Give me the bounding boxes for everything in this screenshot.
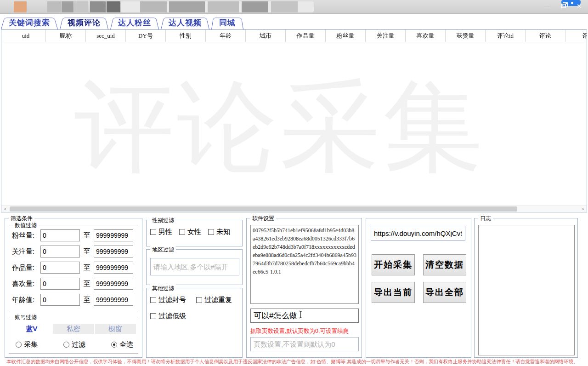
radio-collect[interactable]: 采集 xyxy=(16,340,38,349)
column-header-city[interactable]: 城市 xyxy=(246,30,286,42)
tab-label: 关键词搜索 xyxy=(9,17,50,28)
following-label: 关注量: xyxy=(12,247,40,256)
works-label: 作品量: xyxy=(12,263,40,272)
age-filter-row: 年龄值: 至 xyxy=(12,294,135,306)
window-titlebar: — ✕ xyxy=(0,0,588,14)
checkbox-female[interactable]: 女性 xyxy=(179,228,201,236)
radio-select-all[interactable]: 全选 xyxy=(111,340,133,349)
radio-checked-icon xyxy=(111,342,117,348)
disclaimer-text: 本软件汇总的数据均来自网络公开信息，仅供学习体验，不得商用！请勿将分析数据用于个… xyxy=(6,359,586,365)
pages-input[interactable] xyxy=(250,337,359,351)
likes-label: 喜欢量: xyxy=(12,280,40,288)
scroll-left-icon[interactable]: ‹ xyxy=(1,206,9,212)
likes-filter-row: 喜欢量: 至 xyxy=(12,278,135,290)
software-settings-title: 软件设置 xyxy=(250,215,276,223)
region-filter-group: 地区过滤 xyxy=(146,249,243,285)
age-min-input[interactable] xyxy=(40,294,80,306)
software-settings-panel: 软件设置 007952f5b5b741eb1ef95068a8d1b95e4d0… xyxy=(246,218,362,358)
fans-filter-row: 粉丝量: 至 xyxy=(12,229,135,241)
export-all-button[interactable]: 导出全部 xyxy=(423,282,466,303)
column-header-works[interactable]: 作品量 xyxy=(286,30,326,42)
column-header-sec-uid[interactable]: sec_uid xyxy=(86,30,126,42)
license-key-textarea[interactable]: 007952f5b5b741eb1ef95068a8d1b95e4d03b8a4… xyxy=(250,225,359,304)
pages-hint-text: 抓取页数设置,默认页数为0,可设置续爬 xyxy=(250,327,361,335)
window-controls: — ✕ xyxy=(543,2,583,10)
segment-private[interactable]: 私密 xyxy=(53,324,94,334)
column-header-age[interactable]: 年龄 xyxy=(206,30,246,42)
tab-influencer-videos[interactable]: 达人视频 xyxy=(161,16,209,29)
checkbox-icon xyxy=(196,297,202,303)
checkbox-icon xyxy=(150,313,156,319)
column-header-likes[interactable]: 喜欢量 xyxy=(406,30,446,42)
filter-duplicate-label: 过滤重复 xyxy=(204,296,232,304)
tab-label: 视频评论 xyxy=(68,17,101,28)
column-header-dy-id[interactable]: DY号 xyxy=(126,30,166,42)
column-header-fans[interactable]: 粉丝量 xyxy=(326,30,366,42)
numeric-filter-group: 数值过滤 粉丝量: 至 关注量: 至 作品量: 至 喜欢量: xyxy=(9,225,138,312)
fans-max-input[interactable] xyxy=(94,229,133,241)
column-header-comment[interactable]: 评论 xyxy=(526,30,565,42)
column-header-gender[interactable]: 性别 xyxy=(166,30,206,42)
close-button[interactable]: ✕ xyxy=(575,2,583,10)
checkbox-filter-duplicate[interactable]: 过滤重复 xyxy=(196,296,232,304)
likes-max-input[interactable] xyxy=(94,278,133,290)
column-header-comment-id[interactable]: 评论id xyxy=(486,30,526,42)
to-label: 至 xyxy=(80,231,94,240)
app-window: — ✕ 关键词搜索 视频评论 达人粉丝 达人视频 同城 uid 昵称 sec_u… xyxy=(0,0,588,366)
segment-showcase[interactable]: 橱窗 xyxy=(95,324,136,334)
start-collect-button[interactable]: 开始采集 xyxy=(372,254,415,275)
following-filter-row: 关注量: 至 xyxy=(12,246,135,257)
to-label: 至 xyxy=(80,263,94,272)
column-header-nickname[interactable]: 昵称 xyxy=(46,30,86,42)
works-max-input[interactable] xyxy=(94,262,133,274)
export-current-button[interactable]: 导出当前 xyxy=(372,282,415,303)
account-filter-group: 账号过滤 蓝V 私密 橱窗 采集 过滤 全选 xyxy=(9,317,138,354)
tab-video-comments[interactable]: 视频评论 xyxy=(60,16,108,29)
column-header-clipped[interactable]: 评 xyxy=(565,30,587,42)
unknown-label: 未知 xyxy=(216,228,230,236)
segment-blue-v[interactable]: 蓝V xyxy=(11,324,52,334)
clear-data-button[interactable]: 清空数据 xyxy=(423,254,466,275)
fans-min-input[interactable] xyxy=(40,229,80,241)
log-output[interactable] xyxy=(478,225,575,355)
tab-bar: 关键词搜索 视频评论 达人粉丝 达人视频 同城 xyxy=(1,16,245,29)
fans-label: 粉丝量: xyxy=(12,231,40,240)
checkbox-filter-banned[interactable]: 过滤封号 xyxy=(150,296,186,304)
checkbox-unknown[interactable]: 未知 xyxy=(208,228,230,236)
radio-filter[interactable]: 过滤 xyxy=(63,340,85,349)
column-header-following[interactable]: 关注量 xyxy=(366,30,406,42)
watermark-text: 评论采集 xyxy=(74,73,486,183)
scrollbar-thumb[interactable] xyxy=(10,206,517,212)
likes-min-input[interactable] xyxy=(40,278,80,290)
checkbox-filter-lowgrade[interactable]: 过滤低级 xyxy=(150,312,186,320)
checkbox-male[interactable]: 男性 xyxy=(150,228,172,236)
restore-button[interactable] xyxy=(559,2,567,10)
scroll-right-icon[interactable]: › xyxy=(579,206,587,212)
checkbox-icon xyxy=(150,297,156,303)
tab-influencer-fans[interactable]: 达人粉丝 xyxy=(110,16,159,29)
region-input[interactable] xyxy=(150,258,239,275)
video-url-input[interactable] xyxy=(371,226,465,240)
region-filter-title: 地区过滤 xyxy=(150,246,176,254)
other-options-row2: 过滤低级 xyxy=(150,312,238,320)
topic-input[interactable] xyxy=(250,309,359,323)
following-max-input[interactable] xyxy=(94,246,133,257)
works-min-input[interactable] xyxy=(40,262,80,274)
female-label: 女性 xyxy=(187,228,201,236)
radio-icon xyxy=(16,342,22,348)
horizontal-scrollbar[interactable]: ‹ › xyxy=(1,205,587,212)
age-max-input[interactable] xyxy=(94,294,133,306)
tab-same-city[interactable]: 同城 xyxy=(211,16,243,29)
tab-label: 同城 xyxy=(219,17,236,28)
gender-options: 男性 女性 未知 xyxy=(150,228,238,236)
table-body: 评论采集 xyxy=(1,42,587,199)
log-panel: 日志 xyxy=(474,218,578,358)
following-min-input[interactable] xyxy=(40,246,80,257)
minimize-button[interactable]: — xyxy=(543,2,551,10)
radio-filter-label: 过滤 xyxy=(72,340,85,349)
column-header-uid[interactable]: uid xyxy=(6,30,46,42)
tab-keyword-search[interactable]: 关键词搜索 xyxy=(1,16,58,29)
column-header-praised[interactable]: 获赞量 xyxy=(446,30,486,42)
collect-controls-panel: 开始采集 清空数据 导出当前 导出全部 xyxy=(366,218,471,358)
other-filter-group: 其他过滤 过滤封号 过滤重复 过滤低级 xyxy=(146,288,243,358)
